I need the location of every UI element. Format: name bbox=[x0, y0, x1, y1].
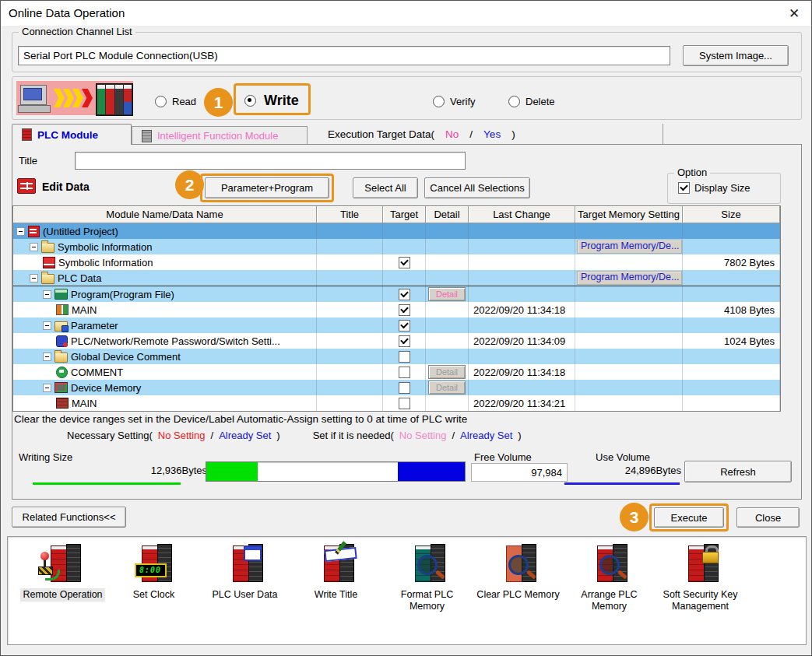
online-data-operation-dialog: Online Data Operation ✕ Connection Chann… bbox=[0, 0, 812, 656]
execution-target-data: Execution Target Data( No / Yes ) bbox=[328, 128, 515, 140]
window-title: Online Data Operation bbox=[9, 6, 125, 19]
data-table-header: Module Name/Data NameTitleTargetDetailLa… bbox=[13, 206, 780, 223]
target-checkbox[interactable] bbox=[399, 367, 410, 378]
related-function-item[interactable]: Write Title bbox=[290, 543, 381, 613]
memory-setting-value[interactable]: Program Memory/De... bbox=[577, 240, 682, 254]
related-function-label: PLC User Data bbox=[209, 588, 279, 602]
column-header: Module Name/Data Name bbox=[13, 206, 317, 223]
last-change-cell bbox=[469, 270, 575, 286]
data-table-body: (Untitled Project)Symbolic InformationPr… bbox=[13, 223, 780, 411]
minus-icon bbox=[32, 278, 36, 279]
target-checkbox[interactable] bbox=[399, 351, 410, 363]
detail-button[interactable]: Detail bbox=[428, 365, 466, 379]
close-button[interactable]: Close bbox=[736, 507, 800, 528]
tab-plc-module[interactable]: PLC Module bbox=[12, 124, 132, 145]
collapse-toggle[interactable] bbox=[30, 274, 38, 282]
use-volume-bar-segment bbox=[398, 462, 465, 481]
table-row[interactable]: PLC/Network/Remote Password/Switch Setti… bbox=[13, 333, 780, 349]
table-row[interactable]: MAIN2022/09/20 11:34:21 bbox=[13, 395, 780, 411]
delete-radio[interactable]: Delete bbox=[508, 96, 555, 107]
table-row[interactable]: Program(Program File)Detail bbox=[13, 286, 780, 302]
close-icon[interactable]: ✕ bbox=[785, 5, 803, 23]
target-checkbox[interactable] bbox=[399, 257, 410, 268]
collapse-toggle[interactable] bbox=[43, 353, 51, 361]
table-row[interactable]: COMMENTDetail2022/09/20 11:34:18 bbox=[13, 364, 780, 380]
collapse-toggle[interactable] bbox=[16, 227, 25, 236]
tab-intelligent-function-module[interactable]: Intelligent Function Module bbox=[132, 126, 308, 145]
display-size-label: Display Size bbox=[694, 182, 750, 194]
magnifier-icon bbox=[508, 555, 529, 575]
read-radio-label: Read bbox=[172, 96, 196, 107]
related-function-item[interactable]: Arrange PLC Memory bbox=[564, 543, 655, 613]
related-function-item[interactable]: 8:00Set Clock bbox=[108, 543, 199, 613]
table-row[interactable]: Parameter bbox=[13, 317, 780, 333]
size-cell: 7802 Bytes bbox=[683, 254, 780, 270]
target-checkbox[interactable] bbox=[399, 289, 410, 300]
symbolic-data-icon bbox=[43, 257, 55, 268]
detail-button[interactable]: Detail bbox=[428, 381, 466, 395]
collapse-toggle[interactable] bbox=[30, 243, 38, 251]
table-row[interactable]: PLC DataProgram Memory/De... bbox=[13, 270, 780, 286]
necessary-already-set: Already Set bbox=[219, 430, 271, 441]
table-row[interactable]: (Untitled Project) bbox=[13, 223, 780, 239]
table-row[interactable]: Symbolic Information7802 Bytes bbox=[13, 254, 780, 270]
target-checkbox[interactable] bbox=[399, 382, 410, 394]
size-cell bbox=[683, 317, 780, 333]
cancel-all-selections-button[interactable]: Cancel All Selections bbox=[424, 177, 530, 198]
target-cell bbox=[383, 270, 426, 286]
arrow-right-icon bbox=[54, 89, 65, 107]
clear-plc-memory-icon bbox=[495, 543, 542, 584]
last-change-cell: 2022/09/20 11:34:09 bbox=[469, 333, 575, 349]
collapse-toggle[interactable] bbox=[43, 321, 51, 330]
title-cell bbox=[317, 364, 383, 380]
memory-setting-cell bbox=[575, 364, 683, 380]
connection-channel-field[interactable]: Serial Port PLC Module Connection(USB) bbox=[18, 46, 670, 65]
related-function-item[interactable]: Format PLC Memory bbox=[381, 543, 473, 613]
detail-cell bbox=[426, 270, 469, 286]
minus-icon bbox=[45, 356, 49, 357]
execution-target-yes: Yes bbox=[483, 128, 501, 140]
module-name-cell: COMMENT bbox=[13, 364, 317, 380]
verify-radio[interactable]: Verify bbox=[433, 96, 476, 107]
module-name-cell: MAIN bbox=[13, 302, 317, 317]
collapse-toggle[interactable] bbox=[43, 290, 51, 299]
table-row[interactable]: MAIN2022/09/20 11:34:184108 Bytes bbox=[13, 302, 780, 317]
writing-size-underline bbox=[33, 482, 181, 485]
related-function-item[interactable]: Soft Security Key Management bbox=[655, 543, 746, 613]
related-function-item[interactable]: Remote Operation bbox=[17, 543, 108, 613]
related-function-item[interactable]: PLC User Data bbox=[199, 543, 290, 613]
related-functions-button[interactable]: Related Functions<< bbox=[12, 507, 126, 528]
target-checkbox[interactable] bbox=[399, 304, 410, 316]
connection-channel-group-label: Connection Channel List bbox=[19, 26, 135, 37]
target-checkbox[interactable] bbox=[399, 320, 410, 332]
target-checkbox[interactable] bbox=[399, 335, 410, 347]
memory-setting-value[interactable]: Program Memory/De... bbox=[577, 271, 682, 285]
collapse-toggle[interactable] bbox=[43, 384, 51, 392]
arrow-right-icon bbox=[63, 89, 74, 107]
size-cell bbox=[683, 395, 780, 411]
detail-button[interactable]: Detail bbox=[428, 287, 466, 301]
size-cell bbox=[683, 270, 780, 286]
free-volume-value: 97,984 bbox=[471, 463, 568, 482]
detail-cell bbox=[426, 333, 469, 349]
write-radio[interactable]: Write bbox=[244, 93, 299, 109]
table-row[interactable]: Global Device Comment bbox=[13, 349, 780, 364]
magnifier-icon bbox=[599, 555, 620, 575]
target-checkbox[interactable] bbox=[399, 398, 410, 409]
writing-size-label: Writing Size bbox=[19, 451, 72, 463]
delete-radio-label: Delete bbox=[526, 96, 555, 107]
related-function-item[interactable]: Clear PLC Memory bbox=[473, 543, 564, 613]
last-change-cell: 2022/09/20 11:34:21 bbox=[469, 395, 575, 411]
title-input[interactable] bbox=[75, 152, 466, 170]
display-size-checkbox[interactable]: Display Size bbox=[678, 182, 750, 194]
target-cell bbox=[383, 254, 426, 270]
tab-intelligent-function-module-label: Intelligent Function Module bbox=[157, 130, 278, 142]
table-row[interactable]: Symbolic InformationProgram Memory/De... bbox=[13, 239, 780, 254]
system-image-button[interactable]: System Image... bbox=[683, 45, 789, 66]
select-all-button[interactable]: Select All bbox=[353, 177, 418, 198]
execution-target-slash: / bbox=[469, 128, 473, 140]
device-memory-folder-icon bbox=[54, 382, 68, 393]
read-radio[interactable]: Read bbox=[155, 96, 196, 107]
table-row[interactable]: Device MemoryDetail bbox=[13, 380, 780, 395]
refresh-button[interactable]: Refresh bbox=[684, 461, 792, 482]
